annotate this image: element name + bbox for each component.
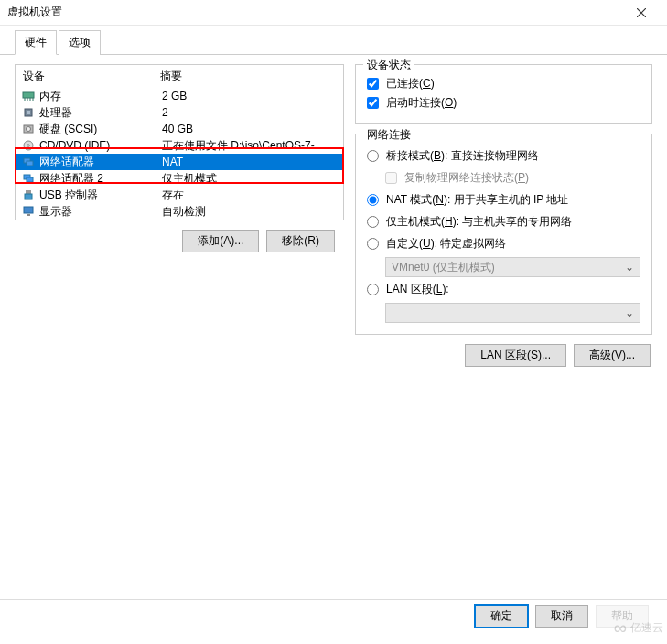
custom-dropdown-value: VMnet0 (仅主机模式) bbox=[392, 260, 495, 275]
device-status-group: 设备状态 已连接(C) 启动时连接(O) bbox=[355, 64, 652, 124]
svg-point-8 bbox=[27, 127, 31, 132]
device-name: USB 控制器 bbox=[39, 188, 162, 203]
device-list-buttons: 添加(A)... 移除(R) bbox=[15, 220, 344, 262]
device-name: 内存 bbox=[39, 89, 162, 104]
bridged-radio[interactable] bbox=[367, 150, 379, 162]
svg-rect-6 bbox=[27, 111, 30, 114]
tab-options[interactable]: 选项 bbox=[59, 30, 101, 55]
replicate-label: 复制物理网络连接状态(P) bbox=[404, 170, 529, 186]
close-icon bbox=[637, 8, 646, 17]
watermark-text: 亿速云 bbox=[630, 620, 663, 636]
device-row[interactable]: 处理器2 bbox=[16, 104, 343, 121]
tab-hardware[interactable]: 硬件 bbox=[15, 30, 57, 55]
lansegment-radio[interactable] bbox=[367, 284, 379, 295]
device-summary: 自动检测 bbox=[162, 204, 338, 220]
device-status-title: 设备状态 bbox=[363, 58, 414, 73]
network-connection-title: 网络连接 bbox=[363, 127, 414, 143]
net-icon bbox=[21, 172, 36, 185]
device-summary: 仅主机模式 bbox=[162, 171, 338, 187]
custom-radio[interactable] bbox=[367, 238, 379, 250]
header-summary: 摘要 bbox=[160, 69, 182, 84]
svg-rect-16 bbox=[25, 194, 32, 199]
device-row[interactable]: 网络适配器 2仅主机模式 bbox=[16, 170, 343, 187]
device-summary: 40 GB bbox=[162, 123, 338, 135]
nat-radio-row[interactable]: NAT 模式(N): 用于共享主机的 IP 地址 bbox=[367, 190, 640, 209]
lansegment-label: LAN 区段(L): bbox=[386, 282, 449, 297]
device-list-header: 设备 摘要 bbox=[16, 65, 343, 88]
chevron-down-icon: ⌄ bbox=[625, 306, 634, 319]
replicate-checkbox bbox=[385, 172, 397, 184]
device-name: CD/DVD (IDE) bbox=[39, 139, 162, 152]
lansegment-radio-row[interactable]: LAN 区段(L): bbox=[367, 280, 640, 299]
net-icon bbox=[21, 156, 36, 168]
disk-icon bbox=[21, 123, 36, 135]
svg-rect-15 bbox=[26, 190, 31, 194]
right-panel: 设备状态 已连接(C) 启动时连接(O) 网络连接 桥接模式(B): 直接连接物… bbox=[355, 64, 652, 595]
bridged-label: 桥接模式(B): 直接连接物理网络 bbox=[386, 148, 539, 164]
lansegment-dropdown: ⌄ bbox=[385, 303, 640, 323]
window-title: 虚拟机设置 bbox=[7, 5, 623, 20]
device-row[interactable]: USB 控制器存在 bbox=[16, 187, 343, 203]
svg-rect-14 bbox=[27, 177, 33, 182]
device-row[interactable]: 显示器自动检测 bbox=[16, 203, 343, 220]
device-summary: 2 GB bbox=[162, 90, 338, 102]
device-name: 显示器 bbox=[39, 204, 162, 220]
custom-radio-row[interactable]: 自定义(U): 特定虚拟网络 bbox=[367, 234, 640, 253]
connected-label: 已连接(C) bbox=[386, 76, 435, 91]
chevron-down-icon: ⌄ bbox=[625, 261, 634, 274]
device-row[interactable]: 硬盘 (SCSI)40 GB bbox=[16, 121, 343, 137]
custom-label: 自定义(U): 特定虚拟网络 bbox=[386, 236, 506, 252]
connected-checkbox[interactable] bbox=[367, 78, 379, 90]
usb-icon bbox=[21, 188, 36, 201]
svg-rect-17 bbox=[24, 207, 33, 213]
cpu-icon bbox=[21, 106, 36, 119]
memory-icon bbox=[21, 90, 36, 102]
remove-button[interactable]: 移除(R) bbox=[266, 230, 335, 252]
content: 设备 摘要 内存2 GB处理器2硬盘 (SCSI)40 GBCD/DVD (ID… bbox=[0, 55, 667, 604]
advanced-button[interactable]: 高级(V)... bbox=[574, 344, 651, 367]
device-list[interactable]: 内存2 GB处理器2硬盘 (SCSI)40 GBCD/DVD (IDE)正在使用… bbox=[16, 88, 343, 220]
hostonly-label: 仅主机模式(H): 与主机共享的专用网络 bbox=[386, 214, 572, 230]
bridged-radio-row[interactable]: 桥接模式(B): 直接连接物理网络 bbox=[367, 146, 640, 166]
display-icon bbox=[21, 205, 36, 218]
connect-poweron-checkbox-row[interactable]: 启动时连接(O) bbox=[367, 93, 640, 113]
hostonly-radio-row[interactable]: 仅主机模式(H): 与主机共享的专用网络 bbox=[367, 212, 640, 231]
device-name: 处理器 bbox=[39, 105, 162, 121]
nat-label: NAT 模式(N): 用于共享主机的 IP 地址 bbox=[386, 192, 568, 208]
watermark: ∞ 亿速云 bbox=[614, 617, 663, 639]
custom-dropdown: VMnet0 (仅主机模式) ⌄ bbox=[385, 257, 640, 277]
device-row[interactable]: 内存2 GB bbox=[16, 88, 343, 104]
network-connection-group: 网络连接 桥接模式(B): 直接连接物理网络 复制物理网络连接状态(P) NAT… bbox=[355, 134, 652, 335]
device-summary: 正在使用文件 D:\iso\CentOS-7- bbox=[162, 138, 338, 154]
svg-point-10 bbox=[27, 145, 30, 147]
titlebar: 虚拟机设置 bbox=[0, 0, 667, 26]
device-summary: NAT bbox=[162, 156, 338, 168]
close-button[interactable] bbox=[623, 0, 660, 26]
tabs: 硬件 选项 bbox=[0, 26, 667, 55]
connected-checkbox-row[interactable]: 已连接(C) bbox=[367, 74, 640, 93]
hostonly-radio[interactable] bbox=[367, 216, 379, 228]
device-name: 网络适配器 bbox=[39, 155, 162, 170]
infinity-icon: ∞ bbox=[614, 617, 627, 639]
device-summary: 存在 bbox=[162, 188, 338, 203]
connect-poweron-checkbox[interactable] bbox=[367, 97, 379, 109]
connect-poweron-label: 启动时连接(O) bbox=[386, 95, 457, 111]
device-name: 网络适配器 2 bbox=[39, 171, 162, 187]
cd-icon bbox=[21, 139, 36, 152]
device-row[interactable]: CD/DVD (IDE)正在使用文件 D:\iso\CentOS-7- bbox=[16, 137, 343, 154]
header-device: 设备 bbox=[23, 69, 160, 84]
svg-rect-0 bbox=[23, 92, 34, 98]
lan-segments-button[interactable]: LAN 区段(S)... bbox=[465, 344, 566, 367]
nat-radio[interactable] bbox=[367, 194, 379, 206]
footer-divider bbox=[0, 599, 667, 600]
device-list-panel: 设备 摘要 内存2 GB处理器2硬盘 (SCSI)40 GBCD/DVD (ID… bbox=[15, 64, 344, 220]
svg-rect-12 bbox=[27, 161, 33, 166]
replicate-checkbox-row[interactable]: 复制物理网络连接状态(P) bbox=[385, 168, 640, 188]
cancel-button[interactable]: 取消 bbox=[535, 605, 588, 628]
device-summary: 2 bbox=[162, 106, 338, 119]
device-name: 硬盘 (SCSI) bbox=[39, 122, 162, 137]
ok-button[interactable]: 确定 bbox=[475, 605, 528, 628]
svg-rect-18 bbox=[27, 214, 30, 216]
add-button[interactable]: 添加(A)... bbox=[182, 230, 259, 252]
device-row[interactable]: 网络适配器NAT bbox=[16, 154, 343, 170]
